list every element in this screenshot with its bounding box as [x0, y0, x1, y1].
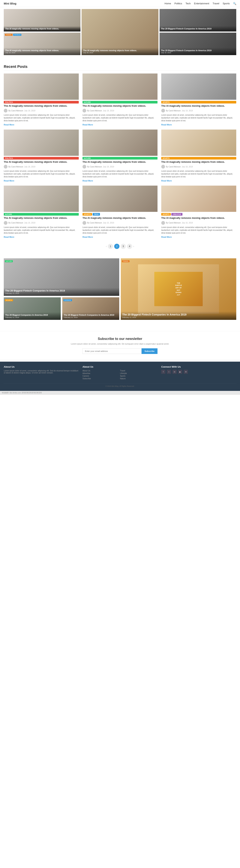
main-nav: Home Politics Tech Entertainment Travel …	[164, 2, 236, 5]
read-more-8[interactable]: Read More	[83, 236, 157, 238]
post-meta-2: By Carol Atkinson July 19, 2019	[83, 109, 157, 113]
featured-small-1[interactable]: SPORTS The 20 Biggest Companies In Ameri…	[4, 297, 61, 320]
post-tag-3: SPORTS	[161, 101, 236, 103]
footer-link-subscribe[interactable]: Subscribe	[83, 378, 120, 380]
watermark-text: 特别推荐: bbs.fenleo.com 买哥买哥买哥买哥买哥买哥	[2, 392, 42, 394]
avatar-9	[161, 221, 165, 225]
social-email-icon[interactable]: ✉	[184, 370, 188, 374]
recent-posts-title: Recent Posts	[4, 64, 236, 70]
watermark-bar: 特别推荐: bbs.fenleo.com 买哥买哥买哥买哥买哥买哥	[0, 391, 240, 395]
post-author-5: By Carol Atkinson	[87, 166, 102, 168]
social-instagram-icon[interactable]: in	[173, 370, 177, 374]
hero-item-3[interactable]: The 20 Biggest Fintech Companies In Amer…	[159, 9, 236, 31]
featured-tag-4: SCIENCE	[63, 299, 72, 301]
read-more-6[interactable]: Read More	[161, 180, 236, 182]
post-date-9: July 16, 2019	[182, 222, 193, 224]
site-logo: Mini Blog	[4, 2, 17, 5]
social-youtube-icon[interactable]: ▶	[178, 370, 182, 374]
social-twitter-icon[interactable]: t	[167, 370, 171, 374]
post-meta-1: By Carol Atkinson July 19, 2019	[4, 109, 79, 113]
footer-link-advertise[interactable]: Advertise	[83, 372, 120, 374]
post-date-2: July 19, 2019	[103, 110, 114, 112]
featured-title-1: The 20 Biggest Fintech Companies In Amer…	[5, 289, 118, 292]
featured-small-2[interactable]: SCIENCE The 20 Biggest Fintech Companies…	[62, 297, 119, 320]
read-more-5[interactable]: Read More	[83, 180, 157, 182]
featured-date-4: February 12, 2019	[64, 316, 118, 318]
post-title-5: The AI magically removes moving objects …	[83, 160, 157, 164]
post-tag-9b: CREATIVE	[171, 213, 182, 216]
footer-link-lifestyle[interactable]: Lifestyle	[120, 372, 157, 374]
post-title-8: The AI magically removes moving objects …	[83, 216, 157, 220]
social-facebook-icon[interactable]: f	[161, 370, 166, 374]
footer-link-travel[interactable]: Travel	[120, 370, 157, 372]
post-date-4: July 18, 2019	[24, 166, 35, 168]
post-author-1: By Carol Atkinson	[8, 110, 23, 112]
post-excerpt-3: Lorem ipsum dolor sit amet, consectetur …	[161, 114, 236, 122]
footer-about-col: About Us Lorem ipsum dolor sit amet, con…	[4, 365, 79, 380]
footer-link-careers[interactable]: Careers	[83, 375, 120, 377]
post-excerpt-9: Lorem ipsum dolor sit amet, consectetur …	[161, 226, 236, 234]
post-card-9: SPORTS CREATIVE The AI magically removes…	[161, 186, 236, 238]
avatar-8	[83, 221, 86, 225]
post-excerpt-4: Lorem ipsum dolor sit amet, consectetur …	[4, 170, 79, 178]
footer-link-about[interactable]: About Us	[83, 370, 120, 372]
featured-right[interactable]: TRAVEL THESUBTLEART OFNOTGIVINGA F* The …	[121, 258, 236, 320]
nav-politics[interactable]: Politics	[174, 2, 182, 5]
read-more-7[interactable]: Read More	[4, 236, 79, 238]
avatar-7	[4, 221, 7, 225]
featured-large[interactable]: NATURE The 20 Biggest Fintech Companies …	[4, 258, 119, 296]
post-date-1: July 19, 2019	[24, 110, 35, 112]
tag-fintech: FINTECH	[13, 34, 22, 36]
page-btn-3[interactable]: 3	[121, 244, 126, 249]
nav-travel[interactable]: Travel	[213, 2, 219, 5]
newsletter-email-input[interactable]	[83, 348, 142, 354]
post-card-5: NATURE The AI magically removes moving o…	[83, 129, 157, 182]
post-date-6: July 18, 2019	[182, 166, 193, 168]
pagination-next[interactable]: ›	[133, 245, 134, 248]
posts-grid-1: POLITICS The AI magically removes moving…	[4, 73, 236, 126]
read-more-4[interactable]: Read More	[4, 180, 79, 182]
post-date-5: July 18, 2019	[103, 166, 114, 168]
post-image-6	[161, 129, 236, 156]
footer-link-sports[interactable]: Sports	[120, 375, 157, 377]
nav-home[interactable]: Home	[164, 2, 171, 5]
footer-links-title: About Us	[83, 365, 157, 368]
hero-item-5[interactable]: The 20 Biggest Fintech Companies In Amer…	[159, 33, 236, 55]
hero-item-2[interactable]: The AI magically removes moving objects …	[82, 9, 158, 55]
hero-item-1[interactable]: The AI magically removes moving objects …	[4, 9, 81, 31]
post-meta-5: By Carol Atkinson July 18, 2019	[83, 165, 157, 168]
post-date-3: July 19, 2019	[182, 110, 193, 112]
read-more-9[interactable]: Read More	[161, 236, 236, 238]
post-meta-6: By Carol Atkinson July 18, 2019	[161, 165, 236, 168]
newsletter-form: Subscribe	[83, 348, 157, 354]
nav-tech[interactable]: Tech	[185, 2, 190, 5]
pagination-prev[interactable]: ‹	[106, 245, 107, 248]
post-image-7	[4, 186, 79, 212]
nav-entertainment[interactable]: Entertainment	[194, 2, 209, 5]
post-image-4	[4, 129, 79, 156]
post-title-2: The AI magically removes moving objects …	[83, 104, 157, 107]
post-image-3	[161, 73, 236, 100]
featured-section: NATURE The 20 Biggest Fintech Companies …	[0, 256, 240, 323]
hero-section: The AI magically removes moving objects …	[0, 7, 240, 57]
page-btn-2[interactable]: 2	[114, 244, 119, 249]
post-image-8	[83, 186, 157, 212]
post-tag-6: SPORTS	[161, 157, 236, 159]
post-card-8: SPORTS TECH The AI magically removes mov…	[83, 186, 157, 238]
footer-link-nature[interactable]: Nature	[120, 378, 157, 380]
read-more-2[interactable]: Read More	[83, 124, 157, 126]
nav-sports[interactable]: Sports	[222, 2, 230, 5]
post-tag-7: NATURE	[4, 213, 79, 216]
page-btn-1[interactable]: 1	[108, 244, 113, 249]
post-title-4: The AI magically removes moving objects …	[4, 160, 79, 164]
page-btn-4[interactable]: 4	[127, 244, 132, 249]
read-more-3[interactable]: Read More	[161, 124, 236, 126]
search-icon[interactable]: 🔍	[233, 2, 236, 5]
newsletter-subscribe-button[interactable]: Subscribe	[142, 348, 157, 354]
post-card-3: SPORTS The AI magically removes moving o…	[161, 73, 236, 126]
featured-date-3: February 12, 2019	[5, 316, 59, 318]
read-more-1[interactable]: Read More	[4, 124, 79, 126]
post-excerpt-6: Lorem ipsum dolor sit amet, consectetur …	[161, 170, 236, 178]
post-meta-3: By Carol Atkinson July 19, 2019	[161, 109, 236, 113]
hero-item-4[interactable]: TRAVEL FINTECH The AI magically removes …	[4, 33, 81, 55]
